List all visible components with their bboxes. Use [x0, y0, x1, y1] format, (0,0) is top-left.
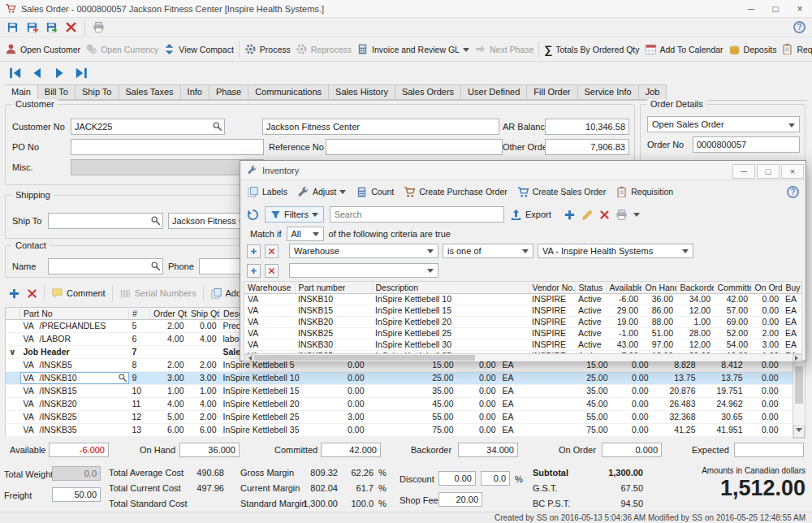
adjust-button[interactable]: Adjust	[297, 186, 346, 198]
order-grid-header-cell[interactable]: Order Qty	[150, 308, 188, 320]
create-sales-order-button[interactable]: Create Sales Order	[517, 186, 606, 198]
tab[interactable]: Sales Orders	[395, 84, 461, 100]
inventory-row[interactable]: VA INSKB10 InSpire Kettlebell 10 INSPIRE…	[244, 293, 802, 305]
add-item-button[interactable]	[564, 209, 576, 221]
minimize-button[interactable]: ─	[739, 0, 763, 17]
discount-pct-input[interactable]: 0.0	[481, 471, 510, 486]
open-currency-button[interactable]: Open Currency	[85, 43, 158, 55]
tab[interactable]: Fill Order	[527, 84, 577, 100]
order-line-row[interactable]: VA/INSKB20 11 4.00 4.00 InSpire Kettlebe…	[6, 398, 793, 411]
cancel-button[interactable]	[65, 21, 77, 33]
totals-by-ordered-qty-button[interactable]: ∑Totals By Ordered Qty	[544, 44, 639, 55]
po-no-input[interactable]	[71, 139, 264, 155]
order-line-row[interactable]: VA/INSKB15 10 1.00 1.00 InSpire Kettlebe…	[6, 385, 793, 398]
order-no-input[interactable]: 0000800057	[693, 136, 800, 153]
add-criterion-button[interactable]	[247, 264, 261, 278]
inventory-maximize-button[interactable]: □	[757, 164, 780, 179]
comment-button[interactable]: Comment	[51, 287, 106, 300]
tab[interactable]: Phase	[209, 84, 248, 100]
order-line-row[interactable]: VA/INSKB35 13 6.00 6.00 InSpire Kettlebe…	[6, 424, 793, 437]
requisition-button[interactable]: Requisition	[781, 43, 812, 55]
labels-button[interactable]: Labels	[247, 186, 287, 198]
tab[interactable]: Sales History	[329, 84, 395, 100]
scroll-left-button[interactable]	[244, 354, 253, 361]
scroll-down-button[interactable]	[793, 426, 805, 438]
add-line-button[interactable]	[8, 287, 20, 300]
scrollbar-thumb[interactable]	[795, 366, 803, 404]
delete-item-button[interactable]	[599, 210, 610, 220]
inventory-grid-header-cell[interactable]: Buy UOM	[782, 282, 802, 293]
order-grid-header-cell[interactable]: #	[129, 308, 150, 320]
filters-button[interactable]: Filters	[265, 206, 324, 223]
contact-name-input[interactable]	[48, 258, 163, 274]
tab[interactable]: User Defined	[461, 84, 527, 100]
tab[interactable]: Service Info	[578, 84, 639, 100]
discount-input[interactable]: 0.00	[438, 471, 476, 486]
next-record-button[interactable]	[52, 66, 67, 80]
tab[interactable]: Ship To	[76, 84, 119, 100]
export-button[interactable]: Export	[510, 209, 551, 221]
order-grid-header-cell[interactable]: Ship Qty	[188, 308, 220, 320]
customer-no-input[interactable]: JACK225	[71, 119, 225, 135]
inventory-row[interactable]: VA INSKB30 InSpire Kettlebell 30 INSPIRE…	[244, 339, 802, 350]
ship-to-search-icon[interactable]	[150, 215, 161, 226]
first-record-button[interactable]	[8, 66, 23, 80]
close-button[interactable]: ×	[788, 0, 812, 17]
criterion-operator-select[interactable]: is one of	[443, 244, 533, 258]
inventory-grid-header-cell[interactable]: Description	[372, 282, 529, 293]
deposits-button[interactable]: Deposits	[728, 43, 777, 55]
tab[interactable]: Bill To	[38, 84, 76, 100]
inventory-grid-header-cell[interactable]: Available	[606, 282, 641, 293]
serial-numbers-button[interactable]: Serial Numbers	[119, 287, 197, 300]
order-grid-header-cell[interactable]: Part No	[20, 308, 129, 320]
order-line-row[interactable]: VA/INSKB10 9 3.00 3.00 InSpire Kettlebel…	[6, 372, 793, 385]
customer-search-icon[interactable]	[212, 121, 222, 132]
freight-input[interactable]: 50.00	[52, 487, 101, 502]
open-customer-button[interactable]: Open Customer	[5, 43, 80, 55]
refresh-icon[interactable]	[247, 209, 259, 221]
ship-to-input[interactable]	[48, 213, 163, 229]
tab[interactable]: Sales Taxes	[119, 84, 181, 100]
chevron-down-icon[interactable]	[633, 213, 640, 220]
tab[interactable]: Info	[181, 84, 209, 100]
inventory-minimize-button[interactable]: ─	[732, 164, 755, 179]
inventory-grid-header-cell[interactable]: Vendor No.	[529, 282, 575, 293]
order-line-row[interactable]: VA/INSKB25 12 5.00 2.00 InSpire Kettlebe…	[6, 411, 793, 424]
count-button[interactable]: Count	[356, 186, 394, 198]
save-and-new-button[interactable]	[26, 21, 38, 33]
remove-criterion-button[interactable]	[265, 264, 279, 278]
remove-criterion-button[interactable]	[265, 244, 279, 258]
shop-fee-input[interactable]: 20.00	[438, 492, 482, 507]
reprocess-button[interactable]: Reprocess	[296, 43, 352, 55]
tab[interactable]: Main	[5, 84, 38, 101]
part-search-icon[interactable]	[118, 373, 127, 383]
inventory-grid-header-cell[interactable]: Part number	[295, 282, 372, 293]
contact-search-icon[interactable]	[150, 261, 161, 271]
inventory-close-button[interactable]: ×	[781, 164, 804, 179]
inventory-grid-header-cell[interactable]: Committed	[714, 282, 751, 293]
inventory-requisition-button[interactable]: Requisition	[615, 186, 673, 198]
reference-no-input[interactable]	[326, 139, 503, 155]
inventory-grid-header-cell[interactable]: On Hand	[641, 282, 676, 293]
inventory-row[interactable]: VA INSKB20 InSpire Kettlebell 20 INSPIRE…	[244, 316, 802, 327]
scrollbar-thumb[interactable]	[254, 355, 475, 361]
match-mode-select[interactable]: All	[287, 227, 324, 241]
order-status-select[interactable]: Open Sales Order	[647, 116, 800, 132]
criterion-field-select[interactable]: Warehouse	[289, 244, 438, 258]
order-grid-header-cell[interactable]	[6, 308, 20, 320]
chevron-down-icon[interactable]	[339, 190, 346, 197]
criterion-field-select[interactable]	[289, 263, 438, 278]
inventory-grid-header-cell[interactable]: On Order	[751, 282, 782, 293]
tab[interactable]: Job	[639, 84, 667, 100]
help-icon[interactable]: ?	[793, 21, 806, 33]
inventory-grid-header-cell[interactable]: Backorder	[676, 282, 714, 293]
invoice-review-gl-button[interactable]: Invoice and Review GL	[356, 43, 469, 55]
save-and-close-button[interactable]	[45, 21, 58, 33]
add-to-calendar-button[interactable]: Add To Calendar	[645, 43, 723, 55]
save-button[interactable]	[6, 21, 19, 33]
criterion-value-select[interactable]: VA - Inspire Health Systems	[538, 244, 693, 258]
print-button[interactable]	[93, 21, 105, 33]
chevron-down-icon[interactable]	[312, 213, 318, 220]
tab[interactable]: Communications	[248, 84, 329, 100]
create-purchase-order-button[interactable]: Create Purchase Order	[404, 186, 508, 198]
